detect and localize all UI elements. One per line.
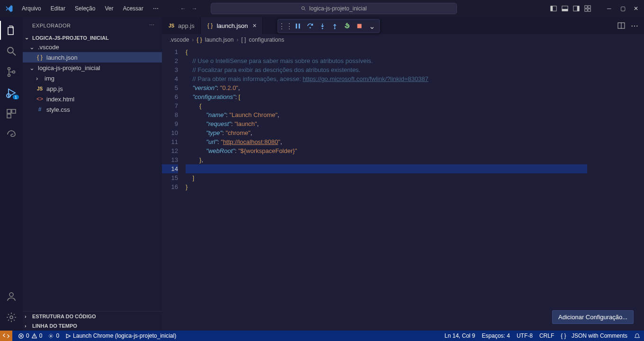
timeline-section[interactable]: › LINHA DO TEMPO <box>23 321 162 331</box>
folder-vscode[interactable]: ⌄ .vscode <box>23 42 162 52</box>
outline-section[interactable]: › ESTRUTURA DO CÓDIGO <box>23 312 162 321</box>
file-style-css[interactable]: # style.css <box>23 104 162 115</box>
sidebar-header: EXPLORADOR ⋯ <box>23 17 162 34</box>
file-launch-json[interactable]: { } launch.json <box>23 52 162 63</box>
debug-stop-icon[interactable] <box>354 20 365 32</box>
activity-extensions-icon[interactable] <box>0 104 23 123</box>
window-minimize-icon[interactable]: ─ <box>607 5 614 12</box>
vscode-logo-icon <box>4 3 14 14</box>
svg-point-27 <box>310 27 311 28</box>
status-eol[interactable]: CRLF <box>539 332 554 339</box>
activity-debug-icon[interactable]: 1 <box>0 83 23 102</box>
status-language[interactable]: { } JSON with Comments <box>561 332 627 339</box>
json-icon: { } <box>197 36 202 43</box>
minimap[interactable] <box>592 74 644 169</box>
activity-account-icon[interactable] <box>0 287 23 306</box>
project-root[interactable]: ⌄ LOGICA-JS-PROJETO_INICIAL <box>23 34 162 42</box>
array-icon: [ ] <box>241 36 246 43</box>
menu-more[interactable]: ⋯ <box>149 3 162 14</box>
activity-explorer-icon[interactable] <box>0 21 23 40</box>
sidebar-more-icon[interactable]: ⋯ <box>149 22 155 28</box>
svg-rect-9 <box>588 6 590 8</box>
command-search[interactable]: logica-js-projeto_inicial <box>211 3 457 14</box>
explorer-sidebar: EXPLORADOR ⋯ ⌄ LOGICA-JS-PROJETO_INICIAL… <box>23 17 162 331</box>
file-tree: ⌄ .vscode { } launch.json ⌄ logica-js-pr… <box>23 42 162 115</box>
svg-point-15 <box>8 74 10 77</box>
editor-tabs: JS app.js { } launch.json × ⋯ <box>162 17 644 34</box>
svg-rect-19 <box>12 109 16 113</box>
debug-restart-icon[interactable] <box>341 20 353 32</box>
menu-view[interactable]: Ver <box>101 3 117 14</box>
svg-point-22 <box>10 316 13 319</box>
add-configuration-button[interactable]: Adicionar Configuração... <box>552 310 634 324</box>
window-maximize-icon[interactable]: ▢ <box>620 5 627 12</box>
svg-rect-20 <box>7 114 11 118</box>
nav-forward-icon[interactable]: → <box>192 5 197 12</box>
svg-point-21 <box>9 293 13 296</box>
status-notifications-icon[interactable] <box>634 332 640 339</box>
status-ports[interactable]: 0 <box>48 332 59 339</box>
status-indentation[interactable]: Espaços: 4 <box>482 332 510 339</box>
file-index-html[interactable]: <> index.html <box>23 94 162 104</box>
svg-rect-5 <box>562 9 568 11</box>
status-debug-target[interactable]: Launch Chrome (logica-js-projeto_inicial… <box>65 332 176 339</box>
json-icon: { } <box>36 54 44 61</box>
svg-rect-7 <box>577 6 579 11</box>
menu-edit[interactable]: Editar <box>47 3 69 14</box>
nav-back-icon[interactable]: ← <box>180 5 186 12</box>
debug-step-over-icon[interactable] <box>304 20 316 32</box>
menu-file[interactable]: Arquivo <box>18 3 45 14</box>
tab-app-js[interactable]: JS app.js <box>162 17 201 34</box>
debug-step-out-icon[interactable] <box>329 20 340 32</box>
breadcrumb[interactable]: .vscode › { } launch.json › [ ] configur… <box>162 34 644 45</box>
debug-dropdown-icon[interactable]: ⌄ <box>366 20 377 32</box>
activity-search-icon[interactable] <box>0 42 23 61</box>
drag-handle-icon[interactable]: ⋮⋮ <box>280 20 291 32</box>
split-editor-icon[interactable] <box>617 22 625 29</box>
svg-line-13 <box>13 53 16 55</box>
js-icon: JS <box>168 23 175 28</box>
close-icon[interactable]: × <box>252 22 256 29</box>
svg-point-14 <box>8 68 10 70</box>
layout-left-icon[interactable] <box>550 5 557 12</box>
svg-rect-10 <box>585 9 587 11</box>
code-content[interactable]: { // Use o IntelliSense para saber mais … <box>186 45 644 331</box>
layout-bottom-icon[interactable] <box>562 5 568 12</box>
svg-rect-11 <box>588 9 590 11</box>
svg-rect-30 <box>358 24 362 28</box>
layout-grid-icon[interactable] <box>584 5 591 12</box>
remote-indicator[interactable] <box>0 331 12 341</box>
layout-right-icon[interactable] <box>573 5 580 12</box>
status-errors[interactable]: 0 0 <box>18 332 42 339</box>
tab-launch-json[interactable]: { } launch.json × <box>201 17 263 34</box>
status-cursor-position[interactable]: Ln 14, Col 9 <box>445 332 475 339</box>
svg-point-29 <box>334 28 336 29</box>
svg-rect-8 <box>585 6 587 8</box>
debug-toolbar[interactable]: ⋮⋮ ⌄ <box>277 19 380 33</box>
svg-point-28 <box>322 28 323 29</box>
code-editor[interactable]: 12345678910111213141516 { // Use o Intel… <box>162 45 644 331</box>
svg-rect-18 <box>7 109 11 113</box>
debug-step-into-icon[interactable] <box>317 20 328 32</box>
file-app-js[interactable]: JS app.js <box>23 83 162 94</box>
chevron-right-icon: › <box>192 36 194 43</box>
activity-scm-icon[interactable] <box>0 63 23 81</box>
css-icon: # <box>36 106 44 113</box>
window-close-icon[interactable]: ✕ <box>634 5 640 12</box>
folder-img[interactable]: › img <box>23 73 162 83</box>
editor-more-icon[interactable]: ⋯ <box>631 21 638 30</box>
menu-selection[interactable]: Seleção <box>71 3 99 14</box>
line-gutter: 12345678910111213141516 <box>162 45 186 331</box>
folder-project[interactable]: ⌄ logica-js-projeto_inicial <box>23 63 162 73</box>
status-encoding[interactable]: UTF-8 <box>517 332 533 339</box>
activity-settings-icon[interactable] <box>0 308 23 327</box>
chevron-right-icon: › <box>25 323 30 329</box>
chevron-down-icon: ⌄ <box>25 35 30 41</box>
svg-point-33 <box>50 335 52 336</box>
main-menu: Arquivo Editar Seleção Ver Acessar ⋯ <box>18 3 162 14</box>
debug-pause-icon[interactable] <box>292 20 304 32</box>
debug-badge: 1 <box>13 95 19 99</box>
html-icon: <> <box>36 96 44 102</box>
activity-edge-icon[interactable] <box>0 125 23 144</box>
menu-go[interactable]: Acessar <box>119 3 147 14</box>
